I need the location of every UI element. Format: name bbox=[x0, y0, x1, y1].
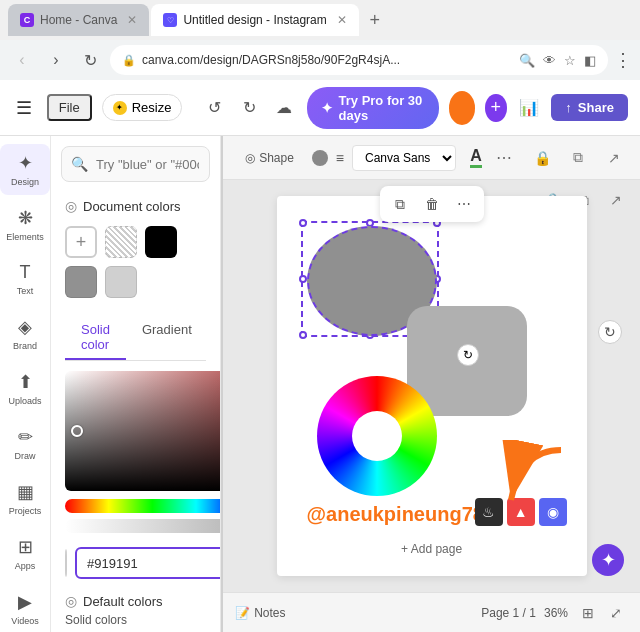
search-icon[interactable]: 🔍 bbox=[519, 53, 535, 68]
shape-tool[interactable]: ◎ Shape bbox=[235, 147, 304, 169]
address-bar[interactable]: 🔒 canva.com/design/DAGRSn8j58o/90F2gR4sj… bbox=[110, 45, 608, 75]
canvas-page[interactable]: ↻ @aneukpineung78 ♨ ▲ ◉ + Add page bbox=[277, 196, 587, 576]
hex-input[interactable]: #919191 bbox=[75, 547, 221, 579]
tab-home-label: Home - Canva bbox=[40, 13, 117, 27]
sticker-steam: ♨ bbox=[475, 498, 503, 526]
sidebar-item-uploads[interactable]: ⬆ Uploads bbox=[0, 363, 50, 414]
refresh-button[interactable]: ↻ bbox=[76, 46, 104, 74]
stats-button[interactable]: 📊 bbox=[517, 92, 542, 124]
shape-color-swatch[interactable] bbox=[312, 150, 328, 166]
add-color-swatch[interactable]: + bbox=[65, 226, 97, 258]
doc-colors-section: + bbox=[51, 220, 220, 312]
tab-solid-color[interactable]: Solid color bbox=[65, 316, 126, 360]
sidebar-projects-label: Projects bbox=[9, 506, 42, 516]
handle-bl[interactable] bbox=[299, 331, 307, 339]
more-options-icon[interactable]: ⋯ bbox=[496, 148, 512, 167]
share-icon[interactable]: ↗ bbox=[602, 186, 630, 214]
spectrum-cursor[interactable] bbox=[71, 425, 83, 437]
star-icon[interactable]: ☆ bbox=[564, 53, 576, 68]
solid-colors-label: Solid colors bbox=[65, 613, 206, 627]
handle-tl[interactable] bbox=[299, 219, 307, 227]
lock-layer-button[interactable]: 🔒 bbox=[528, 144, 556, 172]
transparent-swatch[interactable] bbox=[105, 226, 137, 258]
new-tab-button[interactable]: + bbox=[361, 6, 389, 34]
lock-icon: 🔒 bbox=[122, 54, 136, 67]
watermark-text: @aneukpineung78 bbox=[307, 503, 484, 526]
address-text: canva.com/design/DAGRSn8j58o/90F2gR4sjA.… bbox=[142, 53, 513, 67]
tab-gradient[interactable]: Gradient bbox=[126, 316, 208, 360]
lines-icon[interactable]: ≡ bbox=[336, 150, 344, 166]
redo-button[interactable]: ↻ bbox=[237, 92, 262, 124]
sidebar-item-apps[interactable]: ⊞ Apps bbox=[0, 528, 50, 579]
more-actions-button[interactable]: ⋯ bbox=[450, 190, 478, 218]
export-button[interactable]: ↗ bbox=[600, 144, 628, 172]
sidebar-item-draw[interactable]: ✏ Draw bbox=[0, 418, 50, 469]
text-icon: T bbox=[20, 262, 31, 283]
hamburger-menu[interactable]: ☰ bbox=[12, 92, 37, 124]
tab-untitled-close[interactable]: ✕ bbox=[337, 13, 347, 27]
top-toolbar: ☰ File ✦ Resize ↺ ↻ ☁ ✦ Try Pro for 30 d… bbox=[0, 80, 640, 136]
delete-button[interactable]: 🗑 bbox=[418, 190, 446, 218]
videos-icon: ▶ bbox=[18, 591, 32, 613]
black-swatch[interactable] bbox=[145, 226, 177, 258]
rotate-handle[interactable]: ↻ bbox=[457, 344, 479, 366]
eye-off-icon[interactable]: 👁 bbox=[543, 53, 556, 68]
sidebar-item-text[interactable]: T Text bbox=[0, 254, 50, 304]
pro-button[interactable]: ✦ Try Pro for 30 days bbox=[307, 87, 439, 129]
extension-icon[interactable]: ◧ bbox=[584, 53, 596, 68]
sidebar-item-brand[interactable]: ◈ Brand bbox=[0, 308, 50, 359]
add-page-button[interactable]: + Add page bbox=[401, 542, 462, 556]
file-button[interactable]: File bbox=[47, 94, 92, 121]
untitled-favicon: ♡ bbox=[163, 13, 177, 27]
apps-icon: ⊞ bbox=[18, 536, 33, 558]
sidebar-elements-label: Elements bbox=[6, 232, 44, 242]
canvas-rotate-button[interactable]: ↻ bbox=[598, 320, 622, 344]
float-action-button[interactable]: ✦ bbox=[592, 544, 624, 576]
browser-menu-button[interactable]: ⋮ bbox=[614, 49, 632, 71]
doc-color-swatches: + bbox=[65, 226, 206, 298]
copy-button[interactable]: ⧉ bbox=[564, 144, 592, 172]
hue-slider[interactable] bbox=[65, 499, 221, 513]
add-team-button[interactable]: + bbox=[485, 94, 507, 122]
default-colors-label: Default colors bbox=[83, 594, 162, 609]
handle-lm[interactable] bbox=[299, 275, 307, 283]
notes-button[interactable]: 📝 Notes bbox=[235, 606, 285, 620]
canvas-action-bar: ⧉ 🗑 ⋯ bbox=[380, 186, 484, 222]
hamburger-icon: ☰ bbox=[16, 97, 32, 119]
color-tabs: Solid color Gradient bbox=[65, 316, 206, 361]
resize-button[interactable]: ✦ Resize bbox=[102, 94, 183, 121]
color-wheel bbox=[317, 376, 437, 496]
color-wheel-inner bbox=[352, 411, 402, 461]
arrange-button[interactable]: ⧉ bbox=[386, 190, 414, 218]
forward-button[interactable]: › bbox=[42, 46, 70, 74]
sidebar-item-elements[interactable]: ❋ Elements bbox=[0, 199, 50, 250]
cloud-save-button[interactable]: ☁ bbox=[272, 92, 297, 124]
sidebar-item-design[interactable]: ✦ Design bbox=[0, 144, 50, 195]
fullscreen-button[interactable]: ⤢ bbox=[604, 601, 628, 625]
share-button[interactable]: ↑ Share bbox=[551, 94, 628, 121]
sidebar-brand-label: Brand bbox=[13, 341, 37, 351]
grid-view-button[interactable]: ⊞ bbox=[576, 601, 600, 625]
undo-button[interactable]: ↺ bbox=[202, 92, 227, 124]
color-picker[interactable] bbox=[65, 371, 206, 533]
hex-row: #919191 💉 bbox=[65, 547, 206, 579]
canvas-area: ◎ Shape ≡ Canva Sans A ⋯ 🔒 ⧉ ↗ bbox=[223, 136, 640, 632]
sidebar-item-videos[interactable]: ▶ Videos bbox=[0, 583, 50, 632]
tab-untitled[interactable]: ♡ Untitled design - Instagram ✕ bbox=[151, 4, 358, 36]
font-select[interactable]: Canva Sans bbox=[352, 145, 456, 171]
default-colors-icon: ◎ bbox=[65, 593, 77, 609]
alpha-slider[interactable] bbox=[65, 519, 221, 533]
back-button[interactable]: ‹ bbox=[8, 46, 36, 74]
sidebar-item-projects[interactable]: ▦ Projects bbox=[0, 473, 50, 524]
sticker-discord: ◉ bbox=[539, 498, 567, 526]
sidebar-apps-label: Apps bbox=[15, 561, 36, 571]
spectrum-box[interactable] bbox=[65, 371, 221, 491]
doc-colors-icon: ◎ bbox=[65, 198, 77, 214]
stickers-area: ♨ ▲ ◉ bbox=[475, 498, 567, 526]
tab-home-close[interactable]: ✕ bbox=[127, 13, 137, 27]
user-avatar[interactable] bbox=[449, 91, 475, 125]
font-color-button[interactable]: A bbox=[464, 146, 488, 170]
light-swatch[interactable] bbox=[105, 266, 137, 298]
tab-home[interactable]: C Home - Canva ✕ bbox=[8, 4, 149, 36]
gray-swatch[interactable] bbox=[65, 266, 97, 298]
